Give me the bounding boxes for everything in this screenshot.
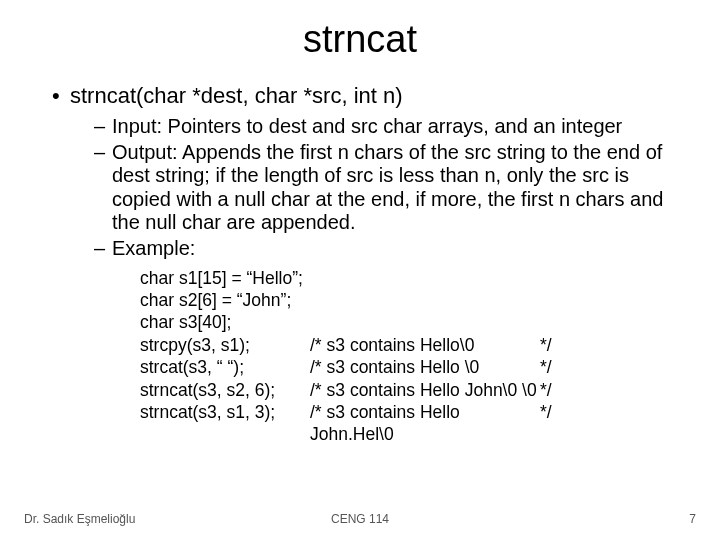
code-comment-end: */: [540, 401, 588, 446]
code-comment: /* s3 contains Hello \0: [310, 356, 540, 378]
code-call: strncat(s3, s1, 3);: [140, 401, 310, 446]
code-call: strncat(s3, s2, 6);: [140, 379, 310, 401]
code-comment-end: */: [540, 379, 588, 401]
code-comment-end: */: [540, 334, 588, 356]
code-comment-end: */: [540, 356, 588, 378]
bullet-example: Example:: [94, 237, 684, 261]
bullet-input: Input: Pointers to dest and src char arr…: [94, 115, 684, 139]
code-call: strcat(s3, “ “);: [140, 356, 310, 378]
code-line: char s1[15] = “Hello”;: [140, 267, 303, 289]
code-comment: /* s3 contains Hello\0: [310, 334, 540, 356]
code-block: char s1[15] = “Hello”; char s2[6] = “Joh…: [140, 267, 684, 446]
code-call: strcpy(s3, s1);: [140, 334, 310, 356]
slide-title: strncat: [36, 18, 684, 61]
bullet-signature: strncat(char *dest, char *src, int n): [52, 83, 684, 109]
code-line: char s3[40];: [140, 311, 231, 333]
slide: strncat strncat(char *dest, char *src, i…: [0, 0, 720, 540]
footer: Dr. Sadık Eşmelioğlu CENG 114 7: [0, 512, 720, 526]
bullet-output: Output: Appends the first n chars of the…: [94, 141, 684, 235]
footer-author: Dr. Sadık Eşmelioğlu: [24, 512, 135, 526]
page-number: 7: [689, 512, 696, 526]
code-comment: /* s3 contains Hello John\0 \0: [310, 379, 540, 401]
code-line: char s2[6] = “John”;: [140, 289, 291, 311]
footer-course: CENG 114: [331, 512, 389, 526]
code-comment: /* s3 contains Hello John.Hel\0: [310, 401, 540, 446]
